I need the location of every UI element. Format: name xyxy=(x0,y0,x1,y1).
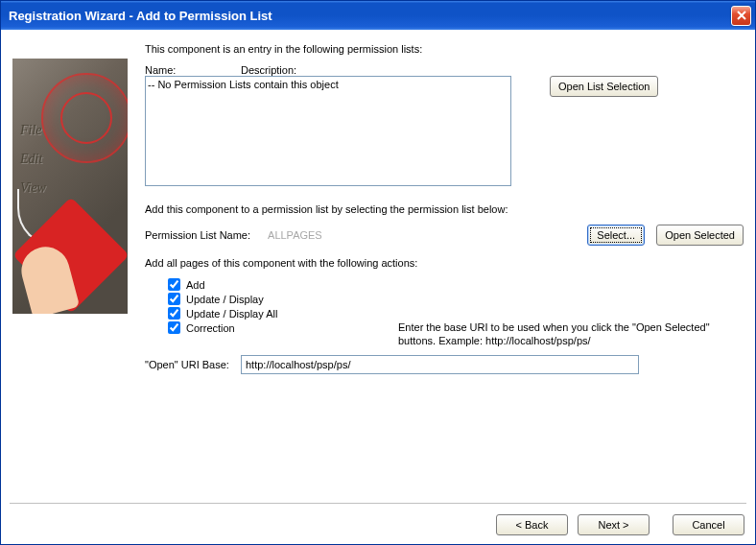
close-icon xyxy=(737,11,746,20)
permission-lists-box[interactable]: -- No Permission Lists contain this obje… xyxy=(145,76,511,186)
column-header-description: Description: xyxy=(241,64,296,76)
checkbox-correction[interactable] xyxy=(168,321,180,334)
checkbox-update-display-label: Update / Display xyxy=(186,294,264,305)
uri-base-label: "Open" URI Base: xyxy=(145,359,241,370)
list-empty-text: -- No Permission Lists contain this obje… xyxy=(148,79,508,90)
open-selected-button[interactable]: Open Selected xyxy=(656,225,744,246)
add-hint-text: Add this component to a permission list … xyxy=(145,203,744,215)
uri-base-input[interactable] xyxy=(241,355,639,374)
close-button[interactable] xyxy=(731,6,751,26)
uri-hint-text: Enter the base URI to be used when you c… xyxy=(398,320,734,347)
divider xyxy=(10,503,746,505)
titlebar: Registration Wizard - Add to Permission … xyxy=(1,1,755,30)
window-title: Registration Wizard - Add to Permission … xyxy=(9,9,731,23)
list-header: Name: Description: xyxy=(145,64,511,76)
checkbox-update-display-all-label: Update / Display All xyxy=(186,308,277,320)
next-button[interactable]: Next > xyxy=(578,514,650,535)
wizard-side-image: FileEditView xyxy=(12,59,128,314)
checkbox-update-display-all[interactable] xyxy=(168,307,180,320)
actions-hint-text: Add all pages of this component with the… xyxy=(145,257,744,269)
checkbox-correction-label: Correction xyxy=(186,322,235,334)
select-button[interactable]: Select... xyxy=(587,225,645,246)
checkbox-update-display[interactable] xyxy=(168,293,180,305)
perm-list-name-label: Permission List Name: xyxy=(145,229,250,241)
checkbox-add[interactable] xyxy=(168,278,180,291)
perm-list-name-value: ALLPAGES xyxy=(268,229,322,241)
checkbox-add-label: Add xyxy=(186,279,205,291)
intro-text: This component is an entry in the follow… xyxy=(145,43,744,55)
back-button[interactable]: < Back xyxy=(496,514,568,535)
wizard-button-bar: < Back Next > Cancel xyxy=(496,514,744,535)
open-list-selection-button[interactable]: Open List Selection xyxy=(550,76,658,97)
cancel-button[interactable]: Cancel xyxy=(673,514,744,535)
column-header-name: Name: xyxy=(145,64,241,76)
